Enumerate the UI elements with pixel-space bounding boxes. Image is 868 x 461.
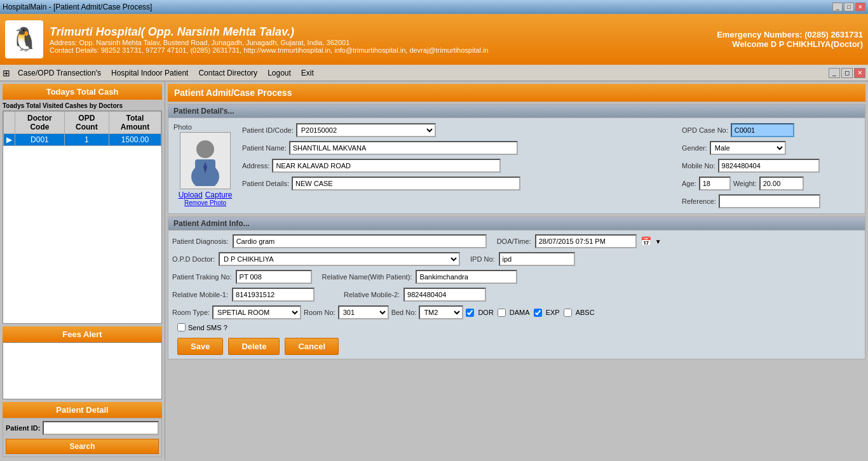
minimize-btn[interactable]: _ bbox=[832, 3, 843, 11]
ipd-label: IPD No: bbox=[470, 255, 495, 263]
ipd-input[interactable] bbox=[499, 252, 575, 266]
room-no-label: Room No: bbox=[304, 309, 336, 316]
fees-alert-section: Fees Alert bbox=[3, 326, 162, 399]
photo-label: Photo bbox=[173, 123, 192, 131]
reference-input[interactable] bbox=[719, 194, 820, 208]
weight-label: Weight: bbox=[733, 180, 757, 187]
address-input[interactable] bbox=[272, 159, 501, 173]
age-weight-row: Age: Weight: bbox=[682, 177, 860, 190]
doa-label: DOA/Time: bbox=[497, 237, 531, 245]
hospital-contact: Contact Details: 98252 31731, 97277 4710… bbox=[50, 46, 489, 54]
dama-checkbox[interactable] bbox=[498, 309, 506, 317]
win-restore-btn[interactable]: ◻ bbox=[841, 68, 853, 78]
mobile-label: Mobile No: bbox=[682, 162, 715, 170]
admit-panel-title: Patient Admint Info... bbox=[168, 217, 865, 230]
exp-label: EXP bbox=[546, 309, 560, 316]
diagnosis-input[interactable] bbox=[233, 234, 487, 248]
room-no-select[interactable]: 301 bbox=[338, 305, 389, 319]
patient-id-input[interactable] bbox=[43, 421, 159, 435]
remove-photo-link[interactable]: Remove Photo bbox=[184, 199, 226, 206]
menu-case-opd[interactable]: Case/OPD Transection's bbox=[13, 67, 106, 79]
sidebar: Todays Total Cash Toadys Total Visited C… bbox=[0, 81, 165, 460]
photo-section: Photo Upload bbox=[173, 123, 237, 208]
cancel-button[interactable]: Cancel bbox=[285, 338, 339, 355]
rel-mobile2-label: Relative Mobile-2: bbox=[344, 291, 400, 298]
send-sms-checkbox[interactable] bbox=[177, 323, 186, 331]
patient-id-label: Patient ID: bbox=[6, 424, 40, 432]
action-buttons-row: Save Delete Cancel bbox=[177, 338, 861, 355]
patient-name-input[interactable] bbox=[289, 141, 518, 155]
opd-case-label: OPD Case No: bbox=[682, 126, 728, 134]
win-close-btn[interactable]: ✕ bbox=[854, 68, 865, 78]
title-controls: _ □ ✕ bbox=[832, 3, 865, 11]
bed-label: Bed No: bbox=[391, 309, 417, 316]
close-btn[interactable]: ✕ bbox=[855, 3, 865, 11]
opd-case-input[interactable] bbox=[731, 123, 794, 137]
weight-input[interactable] bbox=[759, 177, 804, 190]
hospital-address: Address: Opp. Narsinh Mehta Talav, Buste… bbox=[50, 39, 489, 46]
absc-checkbox[interactable] bbox=[564, 309, 572, 317]
gender-select[interactable]: Male Female bbox=[710, 141, 786, 155]
mobile-row-admit: Relative Mobile-1: Relative Mobile-2: bbox=[172, 288, 861, 302]
capture-link[interactable]: Capture bbox=[205, 190, 233, 199]
opd-doctor-label: O.P.D Doctor: bbox=[172, 255, 215, 263]
logo-icon: 🐧 bbox=[10, 26, 39, 53]
patient-details-input[interactable] bbox=[292, 177, 520, 190]
patient-id-code-label: Patient ID/Code: bbox=[242, 126, 294, 134]
menu-hospital-indoor[interactable]: Hospital Indoor Patient bbox=[106, 67, 193, 79]
patient-name-label: Patient Name: bbox=[242, 144, 287, 152]
maximize-btn[interactable]: □ bbox=[844, 3, 854, 11]
room-type-select[interactable]: SPETIAL ROOM GENERAL ICU bbox=[212, 305, 301, 319]
window-title: HospitalMain - [Patient Admit/Case Proce… bbox=[3, 3, 152, 11]
page-title: Patient Admit/Case Process bbox=[168, 84, 865, 102]
room-row: Room Type: SPETIAL ROOM GENERAL ICU Room… bbox=[172, 305, 861, 319]
patient-detail-section: Patient Detail Patient ID: Search bbox=[3, 402, 162, 457]
relative-input[interactable] bbox=[416, 270, 517, 284]
patient-details-label: Patient Details: bbox=[242, 180, 289, 187]
dor-checkbox[interactable] bbox=[466, 309, 474, 317]
diagnosis-row: Patient Diagnosis: DOA/Time: 📅 ▼ bbox=[172, 234, 861, 248]
search-button[interactable]: Search bbox=[6, 439, 159, 454]
rel-mobile1-label: Relative Mobile-1: bbox=[172, 291, 228, 298]
calendar-icon[interactable]: 📅 bbox=[641, 236, 651, 246]
menu-exit[interactable]: Exit bbox=[296, 67, 319, 79]
tracking-label: Patient Traking No: bbox=[172, 273, 232, 281]
doa-input[interactable] bbox=[535, 234, 637, 248]
gender-label: Gender: bbox=[682, 144, 707, 152]
menu-logout[interactable]: Logout bbox=[262, 67, 296, 79]
opd-count-cell: 1 bbox=[64, 134, 109, 146]
table-row[interactable]: ▶ D001 1 1500.00 bbox=[4, 134, 161, 146]
content-area: Patient Admit/Case Process Patient Detai… bbox=[165, 81, 868, 460]
patient-right-col: OPD Case No: Gender: Male Female Mobile … bbox=[682, 123, 860, 208]
opd-doctor-select[interactable]: D P CHIKHLIYA bbox=[219, 252, 460, 266]
send-sms-label: Send SMS ? bbox=[188, 324, 227, 331]
doa-dropdown-icon[interactable]: ▼ bbox=[655, 238, 661, 245]
photo-placeholder bbox=[180, 132, 231, 189]
win-minimize-btn[interactable]: _ bbox=[829, 68, 840, 78]
menu-contact-directory[interactable]: Contact Directory bbox=[193, 67, 262, 79]
rel-mobile1-input[interactable] bbox=[232, 288, 315, 302]
patient-panel: Patient Detail's... Photo bbox=[168, 104, 865, 214]
admit-form: Patient Diagnosis: DOA/Time: 📅 ▼ O.P.D D… bbox=[168, 230, 865, 359]
upload-link[interactable]: Upload bbox=[179, 190, 203, 199]
room-type-label: Room Type: bbox=[172, 309, 210, 316]
menubar: ⊞ Case/OPD Transection's Hospital Indoor… bbox=[0, 65, 868, 81]
title-bar: HospitalMain - [Patient Admit/Case Proce… bbox=[0, 0, 868, 14]
patient-detail-box: Patient ID: Search bbox=[3, 418, 162, 457]
rel-mobile2-input[interactable] bbox=[403, 288, 486, 302]
visited-table: Doctor Code OPD Count Total Amount ▶ D00… bbox=[3, 111, 161, 146]
exp-checkbox[interactable] bbox=[534, 309, 542, 317]
mobile-input[interactable] bbox=[718, 159, 820, 173]
welcome-text: Welcome D P CHIKHLIYA(Doctor) bbox=[717, 39, 863, 49]
menu-items: ⊞ Case/OPD Transection's Hospital Indoor… bbox=[3, 67, 319, 79]
bed-select[interactable]: TM2 bbox=[419, 305, 463, 319]
patient-details-row: Patient Details: bbox=[242, 177, 677, 190]
absc-label: ABSC bbox=[576, 309, 595, 316]
age-input[interactable] bbox=[699, 177, 731, 190]
gender-row: Gender: Male Female bbox=[682, 141, 860, 155]
patient-details-layout: Photo Upload bbox=[173, 123, 860, 208]
delete-button[interactable]: Delete bbox=[228, 338, 280, 355]
save-button[interactable]: Save bbox=[177, 338, 223, 355]
patient-id-select[interactable]: P20150002 bbox=[296, 123, 436, 137]
tracking-input[interactable] bbox=[236, 270, 312, 284]
